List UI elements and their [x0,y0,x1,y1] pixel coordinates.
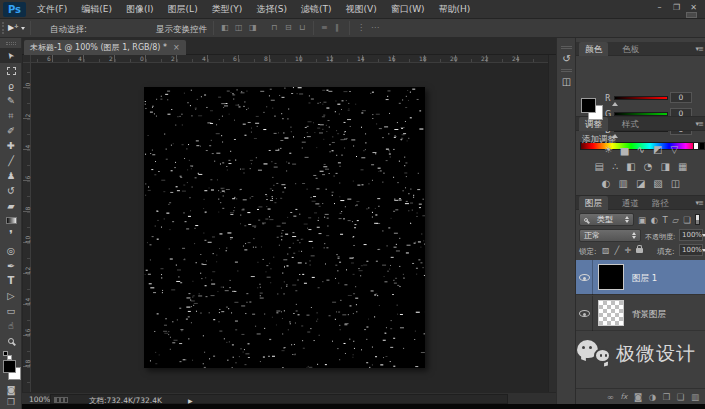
zoom-level-field[interactable]: 100% [29,395,50,404]
filter-toggle-switch[interactable] [695,214,700,225]
tool-preset-dropdown-icon[interactable] [21,27,25,30]
brush-tool[interactable]: ╱ [0,153,22,168]
panel-menu-icon[interactable]: ▾≡ [696,199,703,207]
align-horizontal-centers-icon[interactable]: ◫ [235,23,243,32]
new-layer-button[interactable]: ❏ [677,390,685,404]
align-right-edges-icon[interactable]: ◨ [249,23,257,32]
maximize-button[interactable]: ❐ [668,2,685,14]
layer-row-2[interactable]: 背景图层 [576,296,705,331]
crop-tool[interactable]: ⌗ [0,108,22,123]
dock-grip[interactable] [561,69,572,72]
rectangle-tool[interactable]: ▭ [0,303,22,318]
vertical-ruler[interactable]: 024681012141618 [23,63,31,392]
blend-mode-dropdown[interactable]: 正常 [579,229,641,242]
brightness-contrast-icon[interactable]: ☀ [604,144,613,156]
black-white-icon[interactable]: ◧ [626,161,635,173]
spot-healing-brush-tool[interactable]: ✚ [0,138,22,153]
color-foreground-swatch[interactable] [581,98,596,113]
layer-name[interactable]: 背景图层 [632,309,666,321]
menu-filter[interactable]: 滤镜(T) [294,3,339,16]
ruler-origin[interactable] [23,55,31,63]
levels-icon[interactable]: ▅ [621,144,629,156]
tab-close-icon[interactable]: × [173,43,180,52]
status-expand-icon[interactable]: ▶ [188,397,193,404]
curves-icon[interactable]: ∿ [637,144,645,156]
menu-window[interactable]: 窗口(W) [384,3,432,16]
zoom-tool[interactable] [0,333,22,348]
channel-r-thumb[interactable] [612,102,618,106]
tab-paths[interactable]: 路径 [646,196,675,210]
rectangular-marquee-tool[interactable] [0,63,22,78]
hue-saturation-icon[interactable]: ▤ [595,161,604,173]
clone-stamp-tool[interactable]: ♟ [0,168,22,183]
options-grip[interactable] [2,22,5,34]
add-mask-button[interactable]: ◙ [634,390,642,404]
align-left-edges-icon[interactable]: ◧ [221,23,229,32]
horizontal-type-tool[interactable]: T [0,273,22,288]
menu-type[interactable]: 类型(Y) [205,3,250,16]
layer-filter-type-dropdown[interactable]: 类型 [579,213,634,226]
menu-edit[interactable]: 编辑(E) [74,3,119,16]
new-group-button[interactable]: ❒ [663,390,671,404]
panel-menu-icon[interactable]: ▾≡ [696,120,703,128]
document-canvas[interactable] [144,87,425,368]
properties-panel-button[interactable]: ◫ [558,73,575,90]
channel-r-value[interactable]: 0 [670,92,692,103]
channel-r-slider[interactable] [614,96,668,100]
lock-image-icon[interactable]: ╱ [615,246,620,255]
hand-tool[interactable]: ☝ [0,318,22,333]
tab-color[interactable]: 颜色 [579,42,608,56]
distribute-spacing-h-icon[interactable]: ⋯ [371,23,379,32]
gradient-map-icon[interactable]: ◫ [671,178,680,190]
menu-layer[interactable]: 图层(L) [161,3,205,16]
color-lookup-icon[interactable]: ▦ [678,161,687,173]
invert-icon[interactable]: ◐ [602,178,611,190]
eraser-tool[interactable]: ▰ [0,198,22,213]
foreground-color-swatch[interactable] [3,360,16,373]
lock-position-icon[interactable]: ✛ [624,246,631,255]
lock-all-icon[interactable] [636,248,643,253]
menu-image[interactable]: 图像(I) [119,3,161,16]
menu-select[interactable]: 选择(S) [249,3,294,16]
path-selection-tool[interactable]: ▷ [0,288,22,303]
filter-type-icon[interactable]: T [662,214,667,227]
lasso-tool[interactable]: ϱ [0,78,22,93]
history-brush-tool[interactable]: ↺ [0,183,22,198]
posterize-icon[interactable]: ▥ [618,178,627,190]
document-tab[interactable]: 未标题-1 @ 100% (图层 1, RGB/8) * × [24,40,186,55]
channel-mixer-icon[interactable]: ◨ [661,161,670,173]
align-top-edges-icon[interactable]: ⊓ [271,23,277,32]
tab-layers[interactable]: 图层 [579,196,608,210]
toolbar-grip[interactable] [6,42,16,45]
vibrance-icon[interactable]: ▽ [670,144,678,156]
layer-thumbnail[interactable] [598,264,624,290]
filter-pixel-icon[interactable]: ▣ [638,214,646,227]
screen-mode-button[interactable]: ❐ [0,397,22,407]
align-bottom-edges-icon[interactable]: ⊔ [299,23,305,32]
menu-help[interactable]: 帮助(H) [432,3,478,16]
fill-value[interactable]: 100% [679,244,703,256]
layer-style-button[interactable]: fx [620,390,627,404]
horizontal-ruler[interactable]: 642024681012141618202224 [31,55,548,63]
distribute-horizontal-icon[interactable]: ∥ [335,23,339,32]
delete-layer-button[interactable]: ▥ [691,390,699,404]
quick-selection-tool[interactable]: ✎ [0,93,22,108]
tab-channels[interactable]: 通道 [616,196,645,210]
eyedropper-tool[interactable]: ✐ [0,123,22,138]
move-tool[interactable]: ➤ [0,48,22,63]
history-panel-button[interactable]: ↺ [558,50,575,67]
layer-thumbnail[interactable] [598,300,624,326]
dodge-tool[interactable]: ◎ [0,243,22,258]
filter-smart-icon[interactable]: ❏ [683,214,691,227]
distribute-spacing-v-icon[interactable]: ⋮ [357,23,365,32]
layer-row-1[interactable]: 图层 1 [576,260,705,295]
gradient-tool[interactable] [0,213,22,228]
opacity-value[interactable]: 100% [679,229,703,241]
visibility-toggle[interactable] [576,296,593,331]
align-vertical-centers-icon[interactable]: ⊟ [285,23,292,32]
exposure-icon[interactable]: ◩ [653,144,662,156]
quick-mask-button[interactable]: ◙ [0,385,22,395]
tab-swatches[interactable]: 色板 [616,42,645,56]
link-layers-button[interactable]: ∞ [607,390,614,404]
selective-color-icon[interactable]: ▧ [653,178,662,190]
